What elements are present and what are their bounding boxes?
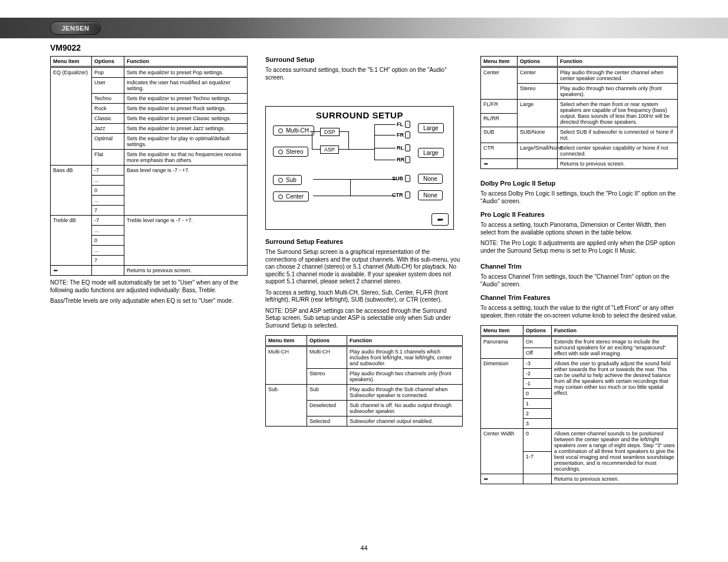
front-size[interactable]: Large: [418, 123, 444, 133]
stereo-button[interactable]: Stereo: [273, 147, 308, 157]
eq-bass-table: Menu Item Options Function EQ (Equalizer…: [50, 56, 248, 276]
surround-features-p3: NOTE: DSP and ASP settings can be access…: [265, 308, 463, 330]
th-options: Options: [92, 57, 124, 67]
ctr-label: CTR: [392, 192, 403, 198]
column-2: Surround Setup To access surround settin…: [265, 56, 463, 427]
eq-bass-treble-note: Bass/Treble levels are only adjustable w…: [50, 297, 248, 305]
surround-features-title: Surround Setup Features: [265, 238, 463, 245]
prologic-sub: To access Dolby Pro Logic II settings, t…: [480, 190, 678, 205]
eq-cell: EQ (Equalizer): [51, 67, 92, 166]
surround-table-right: Menu Item Options Function CenterCenterP…: [480, 56, 678, 169]
eq-opt: Pop: [92, 67, 124, 78]
surround-table: Menu Item Options Function Multi-CHMulti…: [265, 335, 463, 427]
prologic-title: Dolby Pro Logic II Setup: [480, 180, 678, 187]
back-icon: ➥: [51, 266, 92, 276]
eq-func: Sets the equalizer to preset Pop setting…: [124, 67, 248, 78]
th-menu: Menu Item: [51, 57, 92, 67]
trim-features-title: Channel Trim Features: [480, 294, 678, 301]
back-icon: ➥: [481, 474, 523, 484]
ctr-size[interactable]: None: [418, 190, 443, 200]
prologic-table: Menu Item Options Function PanoramaOnExt…: [480, 325, 678, 484]
brand-badge: JENSEN: [50, 22, 101, 35]
surround-features-p2: To access a setting, touch Multi-CH, Ste…: [265, 289, 463, 304]
trim-sub: To access Channel Trim settings, touch t…: [480, 273, 678, 288]
rr-label: RR: [397, 157, 404, 163]
column-3: Menu Item Options Function CenterCenterP…: [480, 56, 678, 484]
prologic-features-title: Pro Logic II Features: [480, 211, 678, 218]
trim-title: Channel Trim: [480, 263, 678, 270]
surround-sub: To access surround settings, touch the "…: [265, 67, 463, 81]
diagram-title: SURROUND SETUP: [316, 110, 403, 120]
fr-label: FR: [397, 132, 404, 138]
column-1: Menu Item Options Function EQ (Equalizer…: [50, 56, 248, 305]
surround-features-p1: The Surround Setup screen is a graphical…: [265, 249, 463, 286]
trim-features-text: To access a setting, touch the value to …: [480, 305, 678, 319]
sub-button[interactable]: Sub: [273, 175, 302, 185]
page-number: 44: [360, 544, 367, 551]
multi-ch-button[interactable]: Multi-CH: [273, 125, 314, 135]
model-number: VM9022: [50, 43, 81, 52]
th-function: Function: [124, 57, 248, 67]
rear-size[interactable]: Large: [418, 148, 444, 158]
diagram-back-button[interactable]: ➥: [431, 213, 449, 226]
page-header: JENSEN: [0, 18, 728, 38]
sub-size[interactable]: None: [418, 174, 443, 184]
fl-label: FL: [397, 121, 403, 127]
back-icon: ➥: [481, 159, 518, 169]
rl-label: RL: [397, 145, 404, 151]
sub-label: SUB: [392, 176, 403, 181]
dsp-box[interactable]: DSP: [320, 128, 340, 136]
eq-note: NOTE: The EQ mode will automatically be …: [50, 279, 248, 294]
asp-box[interactable]: ASP: [320, 146, 339, 154]
prologic-note: NOTE: The Pro Logic II adjustments are a…: [480, 240, 678, 254]
surround-diagram: SURROUND SETUP Multi-CH Stereo Sub Cente…: [265, 106, 454, 230]
prologic-features-text: To access a setting, touch Panorama, Dim…: [480, 222, 678, 236]
surround-title: Surround Setup: [265, 56, 463, 63]
center-button[interactable]: Center: [273, 191, 309, 201]
